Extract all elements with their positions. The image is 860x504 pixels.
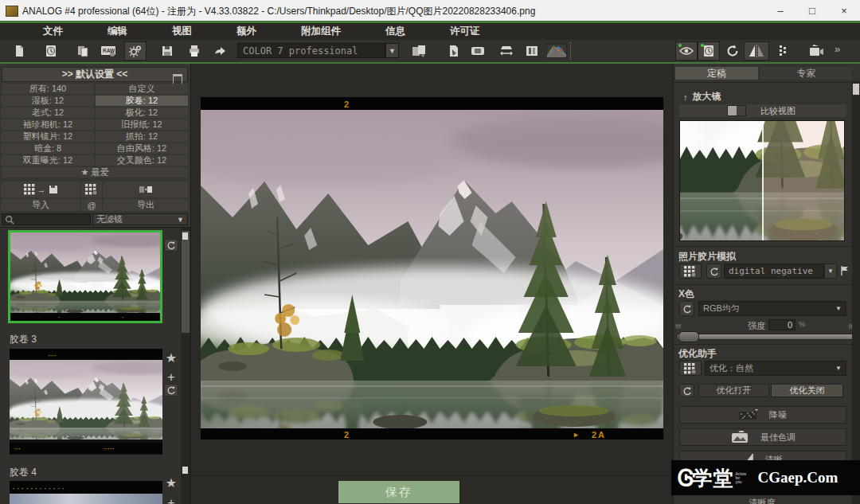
copy-button[interactable] (72, 41, 94, 61)
menu-file[interactable]: 文件 (21, 23, 85, 40)
magnifier-preview[interactable] (679, 120, 845, 241)
xcolor-dropdown[interactable]: RGB均匀 ▼ (698, 301, 846, 316)
preset-doubleexposure[interactable]: 双重曝光: 12 (2, 155, 94, 166)
filmlist-scrollbar[interactable] (181, 228, 190, 504)
preset-vintage[interactable]: 老式: 12 (2, 107, 94, 118)
xcolor-refresh-button[interactable] (679, 301, 694, 316)
redo-button[interactable] (721, 41, 744, 61)
tab-final[interactable]: 定稿 (675, 67, 758, 80)
preview-eye-button[interactable] (675, 41, 698, 61)
photo-frame[interactable]: 2 2 ► 2A (201, 97, 663, 440)
strength-value-field[interactable]: 0 (768, 319, 796, 330)
edit-document-button[interactable] (443, 41, 465, 61)
menu-license[interactable]: 许可证 (428, 23, 502, 40)
thumbnail-film3[interactable]: ···· ········ (10, 349, 162, 455)
favorite-star-button[interactable]: ★ (164, 351, 178, 364)
flag-icon[interactable] (839, 265, 850, 279)
save-file-button[interactable] (156, 41, 178, 61)
preset-darkbox[interactable]: 暗盒: 8 (2, 143, 94, 154)
after-overlay (762, 121, 844, 240)
optimize-on-button[interactable]: 优化打开 (698, 384, 769, 397)
thumbnail-selected[interactable]: ·· (8, 230, 162, 323)
preset-plasticlens[interactable]: 塑料镜片: 12 (2, 131, 94, 142)
preset-snapshot[interactable]: 抓拍: 12 (96, 131, 188, 142)
history-compare-button[interactable] (698, 41, 720, 61)
compare-dots-button[interactable] (772, 41, 795, 61)
add-variant-button[interactable]: + (164, 371, 178, 384)
denoise-button[interactable]: 降噪 (679, 406, 846, 424)
histogram-button[interactable] (545, 41, 569, 61)
preset-custom[interactable]: 自定义 (96, 84, 188, 94)
at-button[interactable]: @ (81, 199, 102, 211)
optimize-dropdown[interactable]: 优化：自然 ▼ (705, 361, 846, 376)
thumbnail2-refresh-button[interactable] (164, 384, 178, 397)
batch-transfer-button[interactable] (408, 41, 430, 61)
magnifier-header[interactable]: ↑ 放大镜 (683, 90, 721, 104)
preset-wetplate[interactable]: 湿板: 12 (2, 96, 94, 106)
scrollbar-thumb[interactable] (853, 84, 859, 95)
preset-freestyle[interactable]: 自由风格: 12 (96, 143, 188, 154)
strength-slider-handle[interactable] (678, 331, 699, 342)
filter-dropdown[interactable]: 无滤镜 ▼ (92, 213, 188, 225)
tab-expert[interactable]: 专家 (760, 67, 852, 80)
divider (674, 246, 852, 247)
menu-info[interactable]: 信息 (363, 23, 428, 40)
thumbnail-refresh-button[interactable] (164, 239, 178, 252)
scrollbar-thumb[interactable] (182, 231, 190, 333)
preset-polarized[interactable]: 极化: 12 (96, 107, 188, 118)
new-file-button[interactable] (8, 41, 30, 61)
film-sim-refresh-button[interactable] (706, 264, 721, 279)
flip-horizontal-button[interactable] (744, 41, 769, 61)
preset-favorites[interactable]: ★ 最爱 (2, 167, 188, 178)
menu-addons[interactable]: 附加组件 (279, 23, 363, 40)
add-variant-button[interactable]: + (164, 497, 178, 504)
frame-button[interactable] (467, 41, 489, 61)
clarity2-button[interactable]: 清晰度 (673, 497, 851, 504)
panel-scrollbar[interactable] (852, 81, 860, 504)
preset-all[interactable]: 所有: 140 (2, 84, 94, 94)
preset-web-button[interactable] (81, 182, 102, 197)
export-label[interactable]: 导出 (104, 199, 188, 211)
optimize-refresh-button[interactable] (679, 384, 694, 397)
slide-film-button[interactable] (521, 41, 543, 61)
film-sim-dropdown-arrow[interactable]: ▼ (824, 264, 837, 279)
save-button[interactable]: 保存 (338, 481, 459, 503)
optimize-grid-button[interactable] (679, 361, 702, 376)
import-presets-button[interactable]: → (2, 182, 80, 197)
collapse-arrow-icon[interactable]: ↑ (683, 92, 688, 102)
export-presets-button[interactable] (104, 182, 188, 197)
close-button[interactable]: × (828, 0, 860, 21)
settings-gears-button[interactable] (124, 41, 147, 61)
raw-button[interactable]: RAW (97, 41, 119, 61)
preset-crosscolor[interactable]: 交叉颜色: 12 (96, 155, 188, 166)
maximize-button[interactable]: □ (796, 0, 828, 21)
presets-header[interactable]: >> 默认设置 << (2, 67, 188, 82)
canvas-width-button[interactable] (495, 41, 518, 61)
print-button[interactable] (183, 41, 205, 61)
preset-dropdown-arrow[interactable]: ▼ (385, 43, 399, 58)
preset-film[interactable]: 胶卷: 12 (96, 96, 188, 106)
preset-pocketcam[interactable]: 袖珍相机: 12 (2, 119, 94, 130)
preset-style-dropdown[interactable]: COLOR 7 professional (237, 43, 385, 58)
menu-view[interactable]: 视图 (150, 23, 214, 40)
best-tone-button[interactable]: 最佳色调 (679, 428, 846, 446)
compare-toggle[interactable] (727, 105, 746, 116)
toolbar-more-chevron[interactable]: » (835, 43, 840, 55)
thumbnail-film4[interactable]: ············ (10, 481, 162, 504)
film-sim-grid-button[interactable] (679, 264, 702, 279)
menu-extra[interactable]: 额外 (214, 23, 279, 40)
optimize-off-button[interactable]: 优化关闭 (771, 384, 843, 397)
film-sim-dropdown[interactable]: digital negative (724, 264, 824, 279)
export-button[interactable] (209, 41, 231, 61)
minimize-button[interactable]: – (764, 0, 796, 21)
search-box[interactable] (2, 213, 91, 225)
menu-edit[interactable]: 编辑 (85, 23, 150, 40)
preset-oldnews[interactable]: 旧报纸: 12 (96, 119, 188, 130)
camera-export-button[interactable] (804, 41, 827, 61)
search-input[interactable] (14, 214, 89, 225)
favorite-star-button[interactable]: ★ (164, 476, 178, 489)
import-label[interactable]: 导入 (2, 199, 80, 211)
strength-slider-track[interactable] (677, 334, 853, 340)
compare-divider[interactable] (762, 121, 764, 240)
history-button[interactable] (40, 41, 62, 61)
